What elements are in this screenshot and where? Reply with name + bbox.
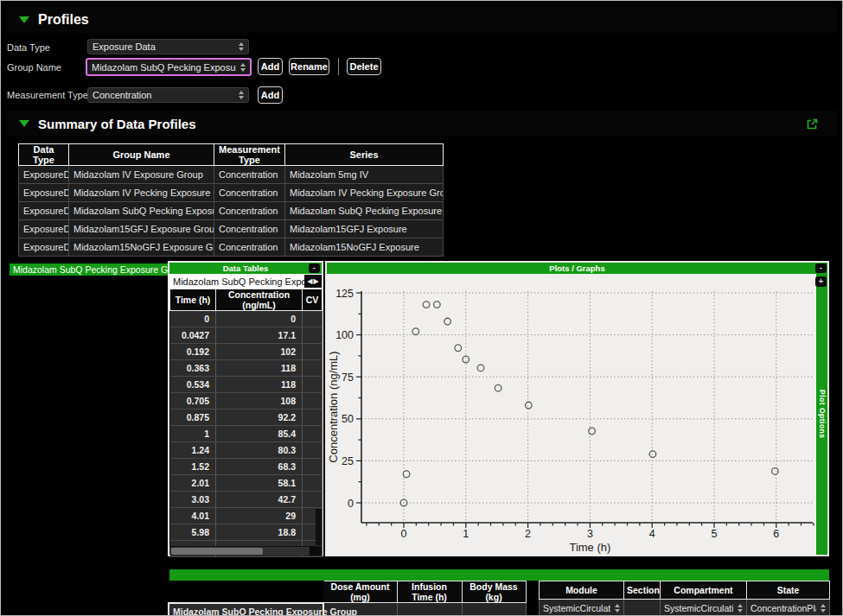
summary-row[interactable]: ExposureDataMidazolam SubQ Pecking Expos… <box>19 202 444 220</box>
open-external-icon[interactable] <box>807 118 818 130</box>
horizontal-scrollbar[interactable] <box>169 546 322 555</box>
expand-button[interactable]: + <box>815 276 827 287</box>
mapping-select[interactable]: ConcentrationPlasma <box>747 600 830 616</box>
group-delete-button[interactable]: Delete <box>347 58 381 75</box>
data-table-cell[interactable]: 18.8 <box>216 524 303 541</box>
data-table-cell[interactable]: 0.534 <box>170 377 216 393</box>
group-rename-button[interactable]: Rename <box>289 58 329 75</box>
data-table-cell[interactable]: 58.1 <box>216 475 303 492</box>
x-tick-label: 0 <box>401 528 407 540</box>
summary-cell: ExposureData <box>19 202 69 220</box>
data-table-cell[interactable]: 1 <box>170 426 216 442</box>
data-table-cell[interactable]: 4.01 <box>170 508 216 524</box>
tab-scroll-right-icon[interactable]: ▶ <box>314 277 319 285</box>
data-point <box>403 471 410 478</box>
summary-row[interactable]: ExposureDataMidazolam IV Pecking Exposur… <box>19 184 444 202</box>
data-table-cell[interactable] <box>303 426 323 442</box>
mapping-select[interactable]: SystemicCirculation <box>540 600 624 616</box>
summary-cell: Concentration <box>214 166 285 184</box>
data-table-row: 4.0129 <box>170 508 323 524</box>
data-table-cell[interactable]: 0.0427 <box>170 327 216 344</box>
data-table-cell[interactable]: 0.192 <box>170 344 216 360</box>
select-stepper-icon <box>738 604 743 613</box>
data-table-cell[interactable]: 0.705 <box>170 393 216 410</box>
data-table-cell[interactable]: 68.3 <box>216 459 303 475</box>
scrollbar-thumb[interactable] <box>171 548 263 555</box>
data-table-cell[interactable]: 118 <box>216 377 303 393</box>
data-table-cell[interactable] <box>303 360 323 377</box>
minimize-button[interactable]: - <box>309 264 320 273</box>
data-type-value: Exposure Data <box>93 41 234 52</box>
summary-cell: Concentration <box>214 220 285 238</box>
y-tick-label: 0 <box>348 498 354 510</box>
data-table-cell[interactable]: 3.03 <box>170 492 216 508</box>
plot-options-strip[interactable]: Plot Options <box>816 274 827 555</box>
measurement-add-button[interactable]: Add <box>258 86 283 104</box>
data-table-cell[interactable] <box>303 311 323 327</box>
data-table-cell[interactable]: 0.875 <box>170 410 216 426</box>
mapping-table-header-row: ModuleSectionCompartmentState <box>540 581 830 600</box>
group-list-item-selected[interactable]: Midazolam SubQ Pecking Exposure Group <box>10 264 189 276</box>
data-table-cell[interactable]: 17.1 <box>216 327 303 344</box>
data-table-cell[interactable] <box>303 377 323 393</box>
data-table-cell[interactable]: 85.4 <box>216 426 303 442</box>
data-table-tab[interactable]: Midazolam SubQ Pecking Exposure Group <box>169 276 304 287</box>
data-table-cell[interactable]: 102 <box>216 344 303 360</box>
mapping-cell[interactable] <box>624 600 661 616</box>
summary-cell: ExposureData <box>19 166 69 184</box>
data-table-cell[interactable]: 0.363 <box>170 360 216 377</box>
data-table-cell[interactable]: 2.01 <box>170 475 216 492</box>
data-table-cell[interactable] <box>303 475 323 492</box>
group-add-button[interactable]: Add <box>258 58 283 75</box>
tab-scroll-left-icon[interactable]: ◀ <box>307 277 312 285</box>
data-table-cell[interactable]: 92.2 <box>216 410 303 426</box>
data-table-cell[interactable] <box>303 459 323 475</box>
data-table-cell[interactable] <box>303 327 323 344</box>
group-name-select[interactable]: Midazolam SubQ Pecking Exposure Group <box>86 58 252 76</box>
data-table-cell[interactable]: 29 <box>216 508 303 524</box>
collapse-arrow-icon[interactable] <box>19 16 29 23</box>
data-table-cell[interactable]: 0 <box>170 311 216 327</box>
measurement-type-select[interactable]: Concentration <box>87 87 249 103</box>
mapping-column-header: State <box>747 581 830 600</box>
summary-row[interactable]: ExposureDataMidazolam15NoGFJ Exposure Gr… <box>19 238 444 257</box>
mapping-select[interactable]: SystemicCirculation <box>661 600 747 616</box>
vertical-scrollbar[interactable] <box>316 509 322 545</box>
data-table-cell[interactable] <box>303 442 323 459</box>
data-table-cell[interactable]: 118 <box>216 360 303 377</box>
data-point <box>649 451 656 458</box>
data-table-cell[interactable]: 1.52 <box>170 459 216 475</box>
data-type-select[interactable]: Exposure Data <box>87 39 249 54</box>
data-table-row: 0.534118 <box>170 377 323 393</box>
data-table-cell[interactable]: 1.24 <box>170 442 216 459</box>
data-table-cell[interactable]: 5.98 <box>170 524 216 541</box>
data-table-cell[interactable]: 0 <box>216 311 303 327</box>
summary-row[interactable]: ExposureDataMidazolam15GFJ Exposure Grou… <box>19 220 444 238</box>
data-table-cell[interactable] <box>303 393 323 410</box>
x-tick-label: 4 <box>649 528 655 540</box>
data-table-cell[interactable] <box>303 492 323 508</box>
data-table-row: 0.87592.2 <box>170 410 323 426</box>
summary-cell: Midazolam SubQ Pecking Exposure Group <box>69 202 214 220</box>
summary-row[interactable]: ExposureDataMidazolam IV Exposure GroupC… <box>19 166 444 184</box>
mapping-column-header: Module <box>540 581 624 600</box>
select-stepper-icon <box>239 42 244 51</box>
select-stepper-icon <box>615 604 620 613</box>
plots-panel-header: Plots / Graphs - <box>327 263 827 274</box>
body-mass-header: Body Mass (kg) <box>462 581 526 603</box>
infusion-time-cell[interactable] <box>397 603 462 616</box>
data-point <box>444 318 451 325</box>
mapping-table-row: SystemicCirculationSystemicCirculationCo… <box>540 600 830 616</box>
data-table-cell[interactable]: 108 <box>216 393 303 410</box>
data-table-cell[interactable]: 42.7 <box>216 492 303 508</box>
summary-title: Summary of Data Profiles <box>38 117 196 131</box>
data-table-cell[interactable] <box>303 410 323 426</box>
summary-cell: Midazolam15NoGFJ Exposure <box>285 238 444 257</box>
data-table-cell[interactable]: 80.3 <box>216 442 303 459</box>
plot-area: 01234560255075100125Time (h)Concentratio… <box>327 274 816 555</box>
collapse-arrow-icon[interactable] <box>19 120 29 127</box>
data-table-cell[interactable] <box>303 344 323 360</box>
body-mass-cell[interactable] <box>462 603 526 616</box>
minimize-button[interactable]: - <box>815 264 827 273</box>
data-point <box>772 468 779 475</box>
